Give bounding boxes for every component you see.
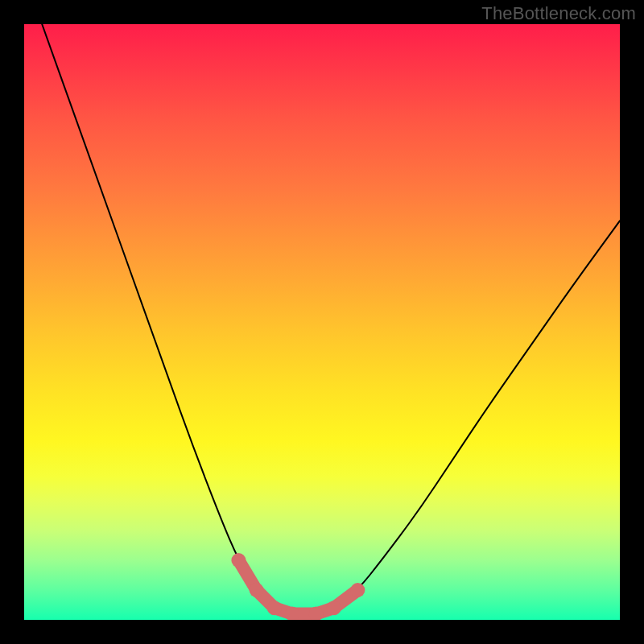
optimal-zone-dots — [231, 553, 365, 620]
plot-area — [24, 24, 620, 620]
bottleneck-curve — [42, 24, 620, 614]
highlight-dot — [231, 553, 246, 568]
highlight-dot — [250, 583, 264, 597]
highlight-dot — [327, 601, 341, 615]
curve-layer — [24, 24, 620, 620]
watermark-text: TheBottleneck.com — [481, 3, 636, 24]
chart-frame: TheBottleneck.com — [0, 0, 644, 644]
highlight-dot — [267, 601, 282, 615]
highlight-dot — [350, 583, 365, 597]
